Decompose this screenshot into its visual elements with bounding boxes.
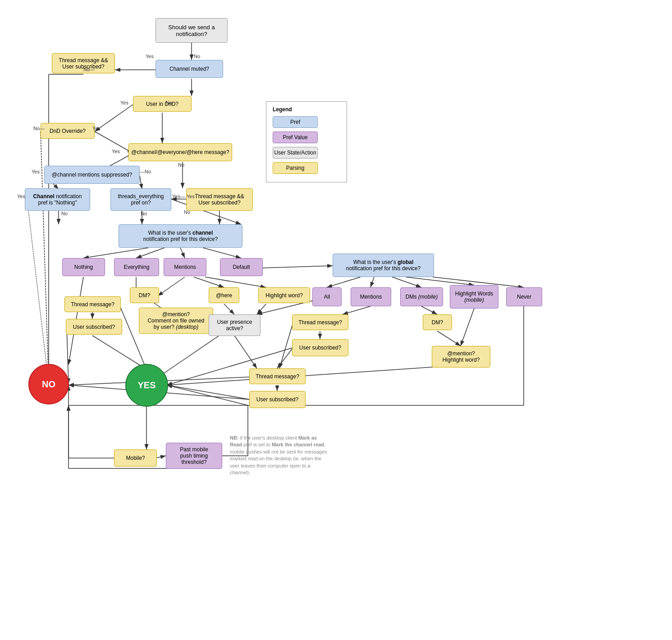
- mentions-global-node: Mentions: [351, 287, 391, 306]
- global-notif-pref-node: What is the user's globalnotification pr…: [333, 254, 434, 277]
- legend-item-pref: Pref: [273, 116, 340, 128]
- user-subscribed-q2-node: User subscribed?: [292, 339, 348, 356]
- thread-msg-q3-node: Thread message?: [249, 368, 306, 384]
- thread-msg-q2-node: Thread message?: [292, 314, 348, 330]
- label-no-threads-everything: No: [141, 211, 147, 216]
- thread-msg-subscribed2-node: Thread message &&User subscribed?: [186, 188, 253, 211]
- label-yes-user-dnd: Yes: [120, 100, 128, 105]
- nothing-node: Nothing: [62, 258, 105, 276]
- svg-line-22: [180, 248, 185, 258]
- legend-swatch-user-state: User State/Action: [273, 147, 318, 159]
- thread-msg-q1-node: Thread message?: [64, 296, 121, 312]
- everything-node: Everything: [114, 258, 159, 276]
- label-no-thread-subscribed2: No: [184, 209, 190, 215]
- svg-line-60: [461, 309, 474, 346]
- svg-line-21: [136, 248, 165, 258]
- channel-muted-node: Channel muted?: [155, 60, 223, 78]
- label-yes-channel-muted: Yes: [146, 54, 154, 59]
- at-mention-q1-node: @mention?Comment on file ownedby user? (…: [139, 308, 213, 334]
- label-yes-channel-everyone: Yes: [112, 149, 120, 154]
- svg-line-72: [167, 385, 248, 405]
- past-threshold-node: Past mobilepush timingthreshold?: [166, 443, 222, 469]
- label-yes-notif-nothing: Yes: [17, 194, 25, 199]
- label-no-channel-everyone: No: [178, 162, 184, 168]
- label-yes-threads-everything: Yes—: [172, 194, 185, 199]
- user-dnd-node: User in DnD?: [133, 96, 192, 112]
- legend-swatch-pref: Pref: [273, 116, 318, 128]
- legend-item-pref-value: Pref Value: [273, 132, 340, 143]
- svg-line-32: [327, 277, 361, 287]
- note-text: NB: if the user's desktop client Mark as…: [230, 435, 329, 476]
- label-no-user-dnd: No: [166, 100, 172, 105]
- dms-mobile-node: DMs (mobile): [400, 287, 443, 306]
- svg-line-29: [158, 277, 185, 296]
- legend-swatch-pref-value: Pref Value: [273, 132, 318, 143]
- label-no-suppressed: —No: [140, 169, 151, 174]
- svg-line-45: [224, 304, 234, 314]
- legend-box: Legend Pref Pref Value User State/Action…: [266, 101, 347, 182]
- label-no-notif-nothing: No: [61, 211, 68, 216]
- default-node: Default: [220, 258, 263, 276]
- svg-line-58: [437, 331, 461, 346]
- svg-line-15: [27, 199, 49, 384]
- svg-line-56: [343, 306, 370, 314]
- threads-everything-node: threads_everythingpref on?: [110, 188, 171, 211]
- at-here-node: @here: [209, 287, 239, 303]
- mobile-q-node: Mobile?: [114, 449, 157, 467]
- svg-line-48: [279, 323, 293, 368]
- channel-everyone-node: @channel/@everyone/@here message?: [128, 143, 232, 161]
- highlight-words-mobile-node: Highlight Words(mobile): [450, 285, 498, 309]
- svg-line-53: [167, 385, 250, 399]
- svg-line-44: [234, 336, 257, 368]
- label-yes-thread-subscribed2: Yes: [187, 194, 195, 199]
- legend-swatch-parsing: Parsing: [273, 162, 318, 174]
- svg-line-30: [194, 277, 224, 287]
- dnd-override-node: DnD Override?: [41, 123, 95, 139]
- diagram-container: Should we send a notification? Channel m…: [0, 0, 672, 640]
- svg-line-46: [257, 304, 266, 314]
- svg-line-23: [203, 248, 241, 258]
- svg-line-20: [83, 248, 149, 258]
- legend-item-parsing: Parsing: [273, 162, 340, 174]
- channel-notif-nothing-node: Channel notificationpref is "Nothing": [25, 188, 90, 211]
- no-circle: NO: [28, 364, 69, 404]
- user-subscribed-q3-node: User subscribed?: [249, 391, 306, 408]
- dm-q1-node: DM?: [130, 287, 159, 303]
- svg-line-34: [392, 277, 421, 287]
- svg-line-24: [261, 266, 333, 268]
- svg-line-31: [205, 277, 266, 287]
- svg-line-67: [155, 456, 166, 458]
- at-mention-highlight-node: @mention?Highlight word?: [432, 346, 490, 368]
- mentions-node: Mentions: [164, 258, 206, 276]
- all-node: All: [312, 287, 342, 306]
- start-node: Should we send a notification?: [155, 18, 228, 43]
- label-no-thread-subscribed1: No—: [83, 67, 95, 72]
- svg-line-41: [92, 336, 146, 369]
- user-subscribed-q1-node: User subscribed?: [66, 319, 122, 335]
- dm-q2-node: DM?: [423, 314, 452, 330]
- yes-circle: YES: [125, 364, 168, 407]
- svg-line-57: [421, 306, 437, 314]
- never-node: Never: [506, 287, 542, 306]
- label-no-dnd: No—: [33, 126, 45, 131]
- label-no-channel-muted: No: [194, 54, 200, 59]
- channel-mentions-suppressed-node: @channel mentions suppressed?: [44, 166, 140, 184]
- highlight-word1-node: Highlight word?: [258, 287, 310, 303]
- label-yes-dnd: Yes: [92, 126, 101, 131]
- legend-item-user-state: User State/Action: [273, 147, 340, 159]
- label-yes-suppressed: Yes: [32, 169, 40, 174]
- svg-line-35: [406, 277, 474, 285]
- svg-line-13: [140, 176, 142, 189]
- user-presence-node: User presenceactive?: [209, 314, 261, 336]
- svg-line-33: [370, 277, 374, 287]
- legend-title: Legend: [273, 106, 340, 113]
- channel-notif-pref-node: What is the user's channelnotification p…: [119, 224, 242, 248]
- svg-line-50: [277, 348, 293, 368]
